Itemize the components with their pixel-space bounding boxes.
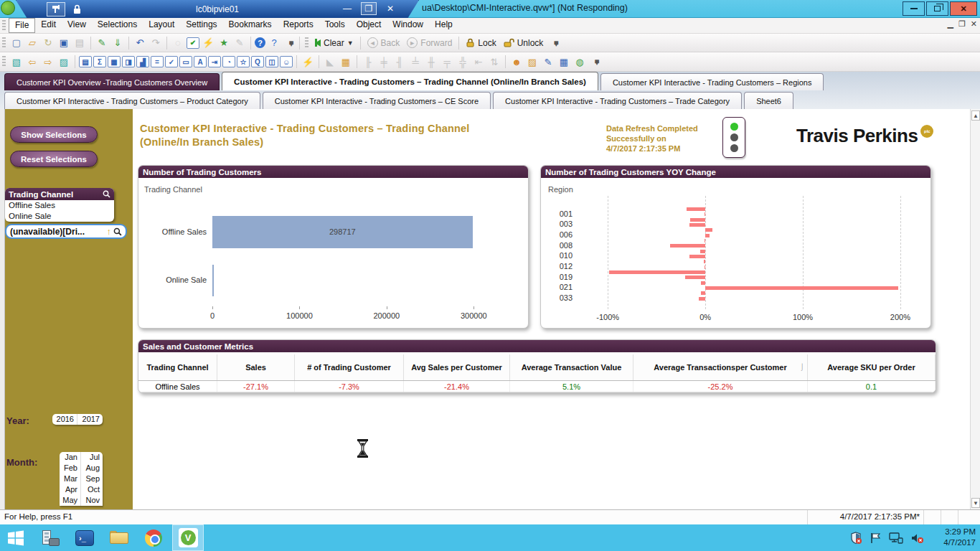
mdi-restore-button[interactable]: ❐ (958, 20, 966, 28)
promote-sheet-icon[interactable]: ⇦ (25, 55, 39, 68)
format-painter-icon[interactable]: ◣ (323, 55, 337, 68)
clear-button[interactable]: Clear▼ (311, 38, 357, 48)
year-item[interactable]: 2017 (77, 414, 103, 425)
menu-edit[interactable]: Edit (35, 18, 62, 33)
sheet-properties-icon[interactable]: ✎ (541, 55, 555, 68)
create-slider-icon[interactable]: ⇥ (208, 56, 221, 67)
month-item[interactable]: Mar (60, 474, 81, 484)
bar[interactable] (701, 291, 705, 295)
create-table-box-icon[interactable]: ▦ (108, 56, 121, 67)
create-chart-icon[interactable]: ▟ (136, 56, 149, 67)
table-header-cell[interactable]: Avg Sales per Customer (404, 354, 510, 380)
create-search-object-icon[interactable]: Q (251, 56, 264, 67)
month-item[interactable]: Jan (60, 452, 81, 463)
reload-icon[interactable]: ↻ (41, 37, 55, 50)
search-icon[interactable] (113, 227, 122, 236)
align-right-icon[interactable]: ╢ (392, 55, 407, 68)
create-current-selections-box-icon[interactable]: ✓ (165, 56, 178, 67)
bar[interactable] (705, 228, 712, 232)
webview-icon[interactable]: ◍ (573, 55, 587, 68)
listbox-item[interactable]: Online Sale (5, 211, 114, 222)
back-button[interactable]: ◄Back (364, 37, 404, 48)
month-item[interactable]: Apr (60, 484, 81, 495)
network-icon[interactable] (889, 532, 903, 544)
print-icon[interactable]: ▤ (72, 37, 87, 50)
powershell-button[interactable]: ›_ (69, 524, 100, 551)
design-grid-icon[interactable]: ▦ (339, 55, 353, 68)
bar[interactable] (687, 207, 705, 211)
panel-caption[interactable]: Sales and Customer Metrics (138, 340, 936, 352)
menu-help[interactable]: Help (429, 18, 458, 33)
sheet-tab[interactable]: Customer KPI Interactive - Trading Custo… (263, 92, 491, 109)
create-multi-box-icon[interactable]: ◨ (122, 56, 135, 67)
space-horizontally-icon[interactable]: ╬ (456, 55, 470, 68)
month-item[interactable]: Aug (81, 463, 103, 474)
search-icon[interactable]: ◌ (171, 37, 185, 50)
table-header-cell[interactable]: Sales (217, 354, 295, 380)
sales-customer-metrics-table[interactable]: Sales and Customer MetricsTrading Channe… (138, 339, 936, 393)
sheet-tab[interactable]: Customer KPI Interactive - Trading Custo… (493, 92, 742, 109)
bar[interactable] (689, 255, 705, 258)
month-item[interactable]: Feb (60, 463, 81, 474)
lock-button[interactable]: Lock (462, 38, 499, 48)
unlock-button[interactable]: Unlock (500, 38, 547, 48)
menu-window[interactable]: Window (387, 18, 429, 33)
sheet-tab[interactable]: Customer KPI Interactive - Trading Custo… (4, 92, 260, 109)
bar[interactable] (705, 286, 898, 290)
file-explorer-button[interactable] (103, 524, 135, 551)
start-button[interactable] (0, 524, 32, 551)
menu-reports[interactable]: Reports (278, 18, 319, 33)
drill-up-icon[interactable]: ↑ (107, 228, 112, 235)
edit-sheet-icon[interactable]: ✎ (95, 37, 109, 50)
bar[interactable] (212, 265, 214, 296)
bar[interactable] (700, 250, 705, 253)
add-bookmark-icon[interactable]: ★ (217, 37, 231, 50)
document-properties-icon[interactable]: ▨ (525, 55, 540, 68)
rdp-restore-button[interactable]: ❐ (361, 2, 377, 15)
panel-caption[interactable]: Number of Trading Customers YOY Change (541, 166, 930, 178)
year-item[interactable]: 2016 (52, 414, 77, 425)
bar[interactable] (609, 270, 706, 274)
create-button-icon[interactable]: ▭ (179, 56, 192, 67)
undo-icon[interactable]: ↶ (133, 37, 147, 50)
rdp-close-button[interactable]: ✕ (382, 2, 398, 15)
security-shield-icon[interactable] (849, 532, 862, 545)
table-header-cell[interactable]: Average Transactionsper Customer⌡ (633, 354, 808, 380)
toolbar-overflow-button[interactable]: ▄▾ (592, 58, 602, 65)
bar[interactable] (689, 223, 705, 227)
chart-yoy-change[interactable]: Number of Trading Customers YOY ChangeRe… (540, 165, 931, 329)
center-vertically-icon[interactable]: ╫ (424, 55, 438, 68)
table-header-cell[interactable]: Average Transaction Value (510, 354, 633, 380)
create-text-object-icon[interactable]: A (194, 56, 207, 67)
add-sheet-icon[interactable]: ▧ (9, 55, 24, 68)
rdp-minimize-button[interactable]: — (339, 2, 355, 15)
adjust-objects-icon[interactable]: ⇅ (487, 55, 501, 68)
save-icon[interactable]: ▣ (57, 37, 71, 50)
chrome-button[interactable] (138, 524, 169, 551)
sheet-tab[interactable]: Customer KPI Overview -Trading Customers… (4, 73, 220, 90)
taskbar-clock[interactable]: 3:29 PM 4/7/2017 (943, 527, 976, 548)
bar[interactable] (704, 260, 705, 263)
bar[interactable] (705, 212, 706, 216)
menu-settings[interactable]: Settings (180, 18, 222, 33)
redo-icon[interactable]: ↷ (149, 37, 163, 50)
toolbar-overflow-button[interactable]: ▄▾ (551, 39, 561, 47)
sheet-tab[interactable]: Customer KPI Interactive - Trading Custo… (222, 72, 598, 90)
export-icon[interactable]: ⇓ (110, 37, 125, 50)
bar[interactable] (705, 234, 709, 237)
user-preferences-icon[interactable]: ☻ (509, 55, 524, 68)
create-bookmark-object-icon[interactable]: ☆ (237, 56, 250, 67)
create-statistics-box-icon[interactable]: Σ (93, 56, 106, 67)
panel-caption[interactable]: Number of Trading Customers (138, 166, 528, 178)
align-top-icon[interactable]: ╤ (440, 55, 454, 68)
menu-selections[interactable]: Selections (92, 18, 143, 33)
new-document-icon[interactable]: ▢ (9, 37, 24, 50)
table-header-cell[interactable]: Trading Channel (138, 354, 217, 380)
bar[interactable] (690, 218, 705, 222)
bar[interactable] (670, 244, 706, 248)
volume-muted-icon[interactable] (910, 532, 924, 544)
month-item[interactable]: Oct (81, 484, 103, 495)
align-bottom-icon[interactable]: ╧ (408, 55, 423, 68)
demote-sheet-icon[interactable]: ⇨ (41, 55, 55, 68)
month-item[interactable]: Nov (81, 495, 103, 506)
